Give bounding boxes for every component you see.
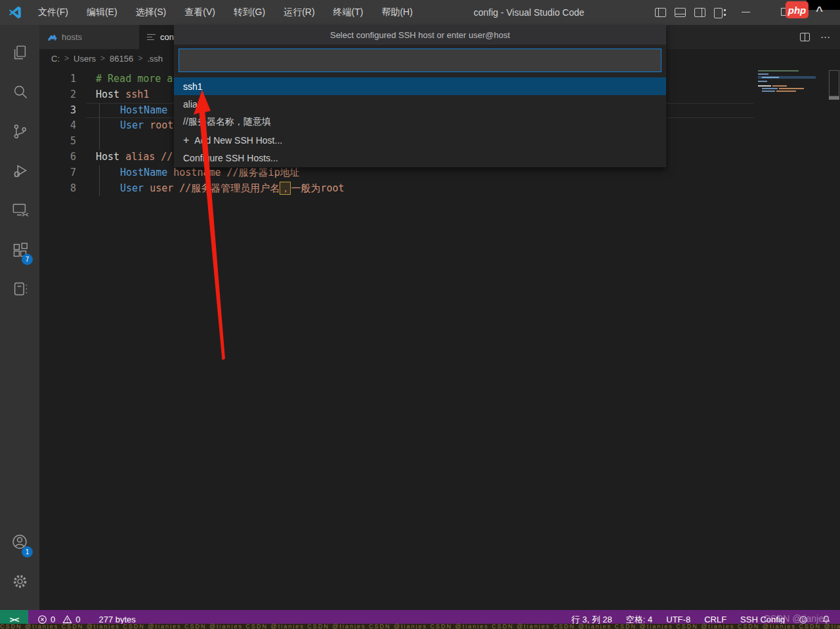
code-text: Host ssh1 — [96, 87, 149, 103]
warning-count: 0 — [75, 615, 80, 624]
encoding-status[interactable]: UTF-8 — [666, 615, 690, 624]
notebook-icon[interactable] — [0, 272, 39, 306]
chevron-up-icon: ^ — [816, 4, 823, 18]
overview-ruler-mark — [829, 96, 839, 100]
code-text: # Read more a — [96, 71, 173, 87]
breadcrumb-item[interactable]: C: — [51, 54, 60, 64]
cursor-position-status[interactable]: 行 3, 列 28 — [572, 614, 612, 626]
line-number: 8 — [39, 181, 76, 197]
eol-status[interactable]: CRLF — [704, 615, 726, 624]
menubar-item[interactable]: 文件(F) — [29, 4, 77, 21]
php-badge: php — [786, 1, 808, 18]
accounts-icon[interactable]: 1 — [0, 525, 39, 559]
vscode-logo-icon — [8, 5, 22, 20]
quickpick-item-label: //服务器名称，随意填 — [183, 116, 271, 128]
split-editor-icon[interactable] — [800, 33, 810, 41]
line-number: 5 — [39, 134, 76, 150]
line-number: 1 — [39, 71, 76, 87]
quickpick-item[interactable]: ssh1 — [174, 77, 666, 95]
warning-icon — [62, 615, 72, 624]
explorer-icon[interactable] — [0, 35, 39, 70]
code-text: User user //服务器管理员用户名，一般为root — [96, 181, 345, 197]
menubar: 文件(F)编辑(E)选择(S)查看(V)转到(G)运行(R)终端(T)帮助(H) — [29, 4, 422, 21]
menubar-item[interactable]: 运行(R) — [274, 4, 324, 21]
breadcrumb-separator: > — [100, 54, 105, 63]
code-text — [96, 134, 120, 150]
line-number: 2 — [39, 87, 76, 103]
extensions-icon[interactable]: 7 — [0, 232, 39, 266]
line-number: 7 — [39, 165, 76, 181]
remote-indicator[interactable]: >< — [0, 610, 28, 629]
quickpick-item-label: Configure SSH Hosts... — [183, 153, 278, 163]
quickpick-widget: Select configured SSH host or enter user… — [174, 25, 666, 167]
error-count: 0 — [51, 615, 55, 624]
extensions-badge: 7 — [22, 254, 33, 265]
tab-actions: ⋯ — [800, 25, 831, 49]
indentation-status[interactable]: 空格: 4 — [626, 614, 652, 626]
code-line[interactable]: 7HostName hostname //服务器ip地址 — [39, 165, 840, 181]
camel-icon — [47, 33, 57, 41]
breadcrumb-separator: > — [138, 54, 142, 63]
menubar-item[interactable]: 选择(S) — [127, 4, 176, 21]
tab-hosts[interactable]: hosts — [39, 25, 139, 49]
code-text: Host alias // — [96, 150, 173, 165]
language-mode-status[interactable]: SSH Config — [740, 615, 785, 624]
quickpick-input[interactable] — [178, 49, 662, 72]
quickpick-item[interactable]: +Add New SSH Host... — [174, 131, 666, 149]
code-text: User root — [96, 118, 173, 134]
line-number: 6 — [39, 150, 76, 165]
line-number: 3 — [39, 103, 76, 119]
code-text: HostName hostname //服务器ip地址 — [96, 165, 300, 181]
settings-gear-icon[interactable] — [0, 564, 39, 598]
more-actions-icon[interactable]: ⋯ — [820, 31, 831, 43]
window-title: config - Visual Studio Code — [430, 7, 627, 18]
titlebar: 文件(F)编辑(E)选择(S)查看(V)转到(G)运行(R)终端(T)帮助(H)… — [0, 0, 840, 25]
run-debug-icon[interactable] — [0, 153, 39, 188]
source-control-icon[interactable] — [0, 114, 39, 148]
remote-explorer-icon[interactable] — [0, 193, 39, 227]
quickpick-item-label: alias — [183, 99, 202, 110]
menubar-item[interactable]: 转到(G) — [224, 4, 274, 21]
quickpick-item[interactable]: alias — [174, 95, 666, 113]
plus-icon: + — [183, 134, 189, 146]
config-file-icon — [147, 34, 156, 41]
bell-icon[interactable] — [822, 615, 831, 624]
scrollbar-slider[interactable] — [829, 70, 839, 96]
tab-label: hosts — [62, 32, 82, 42]
vscode-window: 文件(F)编辑(E)选择(S)查看(V)转到(G)运行(R)终端(T)帮助(H)… — [0, 0, 840, 629]
breadcrumb-item[interactable]: 86156 — [110, 54, 133, 64]
quickpick-item-label: ssh1 — [183, 81, 203, 92]
file-size-status[interactable]: 277 bytes — [98, 615, 135, 624]
minimap[interactable] — [758, 70, 816, 96]
code-text: HostName — [96, 103, 167, 119]
toggle-secondary-sidebar-icon[interactable] — [694, 8, 705, 17]
quickpick-item[interactable]: Configure SSH Hosts... — [174, 150, 666, 167]
feedback-icon[interactable] — [799, 615, 808, 624]
error-icon — [37, 615, 47, 624]
screenshot-black-corner — [807, 0, 840, 10]
search-icon[interactable] — [0, 75, 39, 109]
breadcrumb-separator: > — [64, 54, 69, 63]
breadcrumb-item[interactable]: .ssh — [147, 54, 163, 64]
problems-status[interactable]: 0 0 — [37, 615, 80, 624]
minimize-button[interactable] — [742, 12, 750, 12]
menubar-item[interactable]: 帮助(H) — [372, 4, 421, 21]
layout-controls — [655, 0, 726, 25]
breadcrumb-item[interactable]: Users — [74, 54, 96, 64]
toggle-sidebar-icon[interactable] — [655, 8, 666, 17]
line-number: 4 — [39, 118, 76, 134]
quickpick-title: Select configured SSH host or enter user… — [174, 25, 666, 45]
toggle-panel-icon[interactable] — [675, 8, 686, 17]
quickpick-list: ssh1alias//服务器名称，随意填+Add New SSH Host...… — [174, 77, 666, 167]
quickpick-item-label: Add New SSH Host... — [194, 135, 282, 146]
menubar-item[interactable]: 终端(T) — [324, 4, 373, 21]
status-bar: >< 0 0 277 bytes 行 3, 列 28 空格: 4 UTF-8 C… — [0, 610, 840, 629]
quickpick-item[interactable]: //服务器名称，随意填 — [174, 113, 666, 131]
menubar-item[interactable]: 查看(V) — [175, 4, 224, 21]
accounts-badge: 1 — [22, 546, 33, 558]
menubar-item[interactable]: 编辑(E) — [77, 4, 127, 21]
customize-layout-icon[interactable] — [714, 8, 726, 17]
activity-bar: 7 1 — [0, 25, 39, 610]
code-line[interactable]: 8User user //服务器管理员用户名，一般为root — [39, 181, 840, 197]
